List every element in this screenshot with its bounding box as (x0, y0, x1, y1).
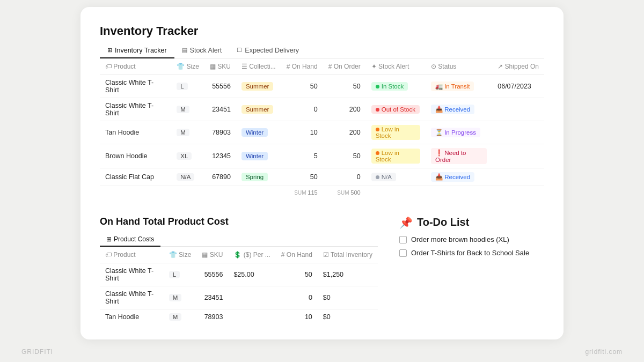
col-header-product: 🏷 Product (100, 58, 171, 75)
tab-product-costs[interactable]: ⊞ Product Costs (100, 233, 160, 247)
cell-product: Classic White T-Shirt (100, 98, 171, 121)
cost-cell-total: $0 (318, 286, 378, 309)
cost-cell-sku: 78903 (196, 309, 228, 324)
col-header-sku: ▦ SKU (204, 58, 236, 75)
cost-cell-sku: 23451 (196, 286, 228, 309)
todo-item-text: Order more brown hoodies (XL) (411, 235, 509, 243)
cell-on-hand: 50 (281, 75, 323, 98)
product-col-icon: 🏷 (105, 63, 113, 70)
cell-on-order: 200 (323, 98, 366, 121)
cell-shipped (492, 121, 544, 144)
check-icon: ☑ (323, 251, 331, 258)
cell-status: 📥 Received (426, 98, 492, 121)
todo-checkbox[interactable] (399, 249, 407, 257)
cell-collection: Summer (236, 75, 281, 98)
col-header-stock-alert: ✦ Stock Alert (366, 58, 426, 75)
col-header-status: ⊙ Status (426, 58, 492, 75)
cost-cell-on-hand: 0 (276, 286, 318, 309)
cost-cell-on-hand: 10 (276, 309, 318, 324)
tab-bar: ⊞ Inventory Tracker ▤ Stock Alert ☐ Expe… (100, 43, 544, 58)
cost-col-size: 👕 Size (164, 247, 197, 263)
cell-shipped (492, 98, 544, 121)
cost-sub-tabs: ⊞ Product Costs (100, 233, 378, 247)
col-header-on-hand: # On Hand (281, 58, 323, 75)
cost-col-sku: ▦ SKU (196, 247, 228, 263)
cell-sku: 12345 (204, 144, 236, 168)
cost-section-title: On Hand Total Product Cost (100, 216, 378, 227)
cell-collection: Winter (236, 121, 281, 144)
footer-brand-right: gridfiti.com (585, 348, 623, 356)
cost-cell-sku: 55556 (196, 263, 228, 286)
cell-on-order: 50 (323, 144, 366, 168)
cell-on-hand: 0 (281, 98, 323, 121)
cell-stock-alert: Low in Stock (366, 121, 426, 144)
on-order-col-icon: # (328, 63, 334, 70)
cell-collection: Summer (236, 98, 281, 121)
cell-product: Tan Hoodie (100, 121, 171, 144)
todo-title: 📌 To-Do List (399, 216, 544, 229)
inventory-table: 🏷 Product 👕 Size ▦ SKU ☰ Collecti... # (100, 58, 544, 199)
col-header-collection: ☰ Collecti... (236, 58, 281, 75)
cell-shipped: 06/07/2023 (492, 75, 544, 98)
footer-brand-left: GRIDFITI (21, 348, 53, 356)
cell-size: M (171, 98, 204, 121)
cell-collection: Winter (236, 144, 281, 168)
cost-col-total: ☑ Total Inventory (318, 247, 378, 263)
cell-sku: 23451 (204, 98, 236, 121)
cost-cell-per (228, 286, 275, 309)
sum-on-order: SUM 500 (323, 186, 366, 199)
shipped-col-icon: ↗ (497, 63, 504, 70)
cell-product: Classic White T-Shirt (100, 75, 171, 98)
cell-size: M (171, 121, 204, 144)
cell-status: ⏳ In Progress (426, 121, 492, 144)
tab-inventory-tracker[interactable]: ⊞ Inventory Tracker (100, 43, 174, 58)
todo-checkbox[interactable] (399, 236, 407, 243)
cost-tab-icon: ⊞ (106, 235, 112, 243)
cost-cell-size: M (164, 309, 197, 324)
cost-table-row: Classic White T-Shirt M 23451 0 $0 (100, 286, 378, 309)
table-row: Brown Hoodie XL 12345 Winter 5 50 Low in… (100, 144, 544, 168)
cell-shipped (492, 168, 544, 186)
cell-on-hand: 5 (281, 144, 323, 168)
cell-stock-alert: N/A (366, 168, 426, 186)
cell-status: 📥 Received (426, 168, 492, 186)
cell-product: Brown Hoodie (100, 144, 171, 168)
cell-status: ❗ Need to Order (426, 144, 492, 168)
table-row: Classic White T-Shirt L 55556 Summer 50 … (100, 75, 544, 98)
on-hand-col-icon: # (287, 63, 292, 70)
cell-on-order: 200 (323, 121, 366, 144)
table-icon: ⊞ (107, 47, 112, 54)
cell-shipped (492, 144, 544, 168)
cost-cell-product: Classic White T-Shirt (100, 263, 164, 286)
footer: GRIDFITI gridfiti.com (0, 339, 644, 356)
cell-size: L (171, 75, 204, 98)
cost-cell-size: L (164, 263, 197, 286)
calendar-icon: ☐ (237, 47, 242, 54)
cell-on-order: 50 (323, 75, 366, 98)
cost-cell-total: $0 (318, 309, 378, 324)
table-row: Classic White T-Shirt M 23451 Summer 0 2… (100, 98, 544, 121)
cell-on-order: 0 (323, 168, 366, 186)
product-cost-icon: 🏷 (105, 251, 113, 258)
cell-sku: 55556 (204, 75, 236, 98)
cell-product: Classic Flat Cap (100, 168, 171, 186)
cost-col-on-hand: # On Hand (276, 247, 318, 263)
todo-item[interactable]: Order more brown hoodies (XL) (399, 235, 544, 243)
cell-size: XL (171, 144, 204, 168)
cell-stock-alert: In Stock (366, 75, 426, 98)
tab-stock-alert[interactable]: ▤ Stock Alert (174, 43, 230, 58)
cost-table-row: Classic White T-Shirt L 55556 $25.00 50 … (100, 263, 378, 286)
main-card: Inventory Tracker ⊞ Inventory Tracker ▤ … (80, 7, 564, 339)
col-header-size: 👕 Size (171, 58, 204, 75)
cell-size: N/A (171, 168, 204, 186)
page-title: Inventory Tracker (100, 24, 544, 38)
cost-cell-total: $1,250 (318, 263, 378, 286)
sum-on-hand: SUM 115 (281, 186, 323, 199)
todo-item[interactable]: Order T-Shirts for Back to School Sale (399, 249, 544, 257)
size-cost-icon: 👕 (169, 251, 179, 258)
collection-col-icon: ☰ (241, 63, 249, 70)
sku-cost-icon: ▦ (202, 251, 209, 258)
cell-on-hand: 10 (281, 121, 323, 144)
status-col-icon: ⊙ (431, 63, 438, 70)
tab-expected-delivery[interactable]: ☐ Expected Delivery (229, 43, 306, 58)
